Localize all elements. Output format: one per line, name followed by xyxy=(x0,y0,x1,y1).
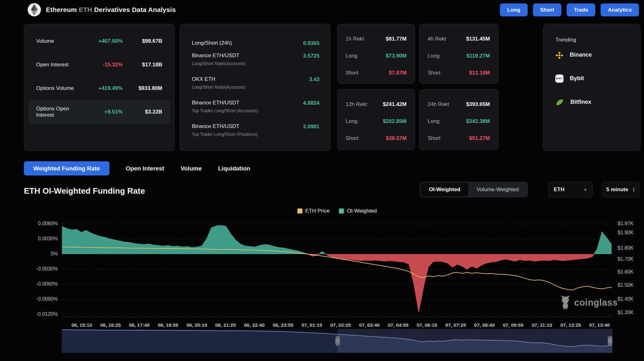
rekt-short-value: $38.57M xyxy=(386,135,407,142)
legend-oi-weighted[interactable]: OI-Weighted xyxy=(339,208,377,214)
interval-select[interactable]: 5 minute ▲▼ xyxy=(602,182,639,197)
navigator-selected-range[interactable] xyxy=(338,329,613,353)
x-axis-tick: 06, 22:40 xyxy=(244,322,265,328)
range-navigator[interactable] xyxy=(62,329,613,353)
rekt-total: $393.65M xyxy=(466,101,490,108)
tab-volume[interactable]: Volume xyxy=(180,165,202,172)
stepper-arrows-icon[interactable]: ▲▼ xyxy=(632,187,635,192)
stat-value: $3.22B xyxy=(123,109,162,115)
stat-label: Volume xyxy=(36,38,86,44)
brand: Ethereum ETH Derivatives Data Analysis xyxy=(28,3,176,16)
rekt-card-1h: 1h Rekt$81.77M Long$73.90M Short$7.87M xyxy=(337,24,415,84)
ratio-row-binance-accounts[interactable]: Binance ETH/USDT Long/Short Ratio(Accoun… xyxy=(192,53,319,76)
rekt-long-value: $342.38M xyxy=(466,118,490,125)
stat-label: Open Interest xyxy=(36,62,86,68)
x-axis-tick: 06, 17:40 xyxy=(129,322,150,328)
legend-eth-price[interactable]: ETH Price xyxy=(297,208,330,214)
bitfinex-leaf-icon xyxy=(555,98,564,107)
ratio-label: Binance ETH/USDT xyxy=(192,123,303,130)
ratio-value: 4.8824 xyxy=(303,100,319,106)
ethereum-glyph xyxy=(31,4,38,16)
x-axis-tick: 06, 15:10 xyxy=(71,322,92,328)
trade-button[interactable]: Trade xyxy=(567,3,595,16)
binance-icon xyxy=(555,51,564,59)
stat-row-volume[interactable]: Volume +407.50% $98.67B xyxy=(29,29,170,53)
stat-label: Options Volume xyxy=(36,85,86,92)
stat-value: $98.67B xyxy=(123,38,162,44)
x-axis-tick: 07, 12:25 xyxy=(560,322,581,328)
ratio-label: Binance ETH/USDT xyxy=(192,100,303,106)
ratio-sublabel: Long/Short Ratio(Accounts) xyxy=(192,61,303,66)
navigator-left-handle[interactable] xyxy=(336,336,340,346)
navigator-right-handle[interactable] xyxy=(608,336,612,346)
analytics-button[interactable]: Analytics xyxy=(601,3,639,16)
rekt-long-value: $73.90M xyxy=(386,53,407,59)
legend-label: OI-Weighted xyxy=(347,208,377,214)
long-button[interactable]: Long xyxy=(500,3,528,16)
chart-tabs: Weighted Funding Rate Open Interest Volu… xyxy=(24,161,250,175)
rekt-period: 4h Rekt xyxy=(428,36,466,42)
mode-oi-weighted[interactable]: OI-Weighted xyxy=(421,183,469,197)
stat-change: +9.51% xyxy=(86,109,123,115)
stat-change: +407.50% xyxy=(86,38,123,44)
tab-weighted-funding-rate[interactable]: Weighted Funding Rate xyxy=(24,161,109,175)
ratio-row-binance-top-trader-positions[interactable]: Binance ETH/USDT Top Trader Long/Short (… xyxy=(192,123,319,147)
bybit-icon: BYBIT xyxy=(555,75,564,83)
ratio-row-binance-top-trader-accounts[interactable]: Binance ETH/USDT Top Trader Long/Short (… xyxy=(192,100,319,123)
coinglass-watermark: coinglass xyxy=(559,296,618,309)
stat-row-options-volume[interactable]: Options Volume +419.49% $933.80M xyxy=(29,76,170,100)
rekt-short-label: Short xyxy=(428,135,469,142)
interval-select-value: 5 minute xyxy=(606,186,628,193)
stat-label: Options Open Interest xyxy=(36,106,86,118)
ratio-row-long-short-24h[interactable]: Long/Short (24h) 0.9365 xyxy=(192,34,319,53)
x-axis-tick: 06, 18:55 xyxy=(158,322,179,328)
tab-liquidation[interactable]: Liquidation xyxy=(218,165,250,172)
trending-card: Trending Binance BYBIT Bybit Bitfinex xyxy=(543,24,641,151)
right-axis-tick: $1.97K xyxy=(618,221,634,226)
right-axis-tick: $1.60K xyxy=(618,269,634,275)
symbol-select[interactable]: ETH ▼ xyxy=(548,182,592,197)
stat-row-open-interest[interactable]: Open Interest -15.32% $17.18B xyxy=(29,53,170,76)
mode-volume-weighted[interactable]: Volume-Weighted xyxy=(469,183,527,197)
tab-open-interest[interactable]: Open Interest xyxy=(126,165,164,172)
stat-change: -15.32% xyxy=(86,62,123,68)
right-axis-tick: $1.80K xyxy=(618,245,634,251)
ratio-sublabel: Top Trader Long/Short (Positions) xyxy=(192,132,303,137)
left-axis-tick: 0% xyxy=(51,251,58,257)
trending-item-bitfinex[interactable]: Bitfinex xyxy=(555,90,640,114)
ratio-row-okx-accounts[interactable]: OKX ETH Long/Short Ratio(Accounts) 3.43 xyxy=(192,76,319,100)
ratio-sublabel: Top Trader Long/Short (Accounts) xyxy=(192,108,303,113)
long-short-ratios-card: Long/Short (24h) 0.9365 Binance ETH/USDT… xyxy=(180,24,330,151)
chevron-down-icon: ▼ xyxy=(584,188,587,192)
legend-label: ETH Price xyxy=(305,208,330,214)
trending-item-binance[interactable]: Binance xyxy=(555,43,640,67)
trending-item-bybit[interactable]: BYBIT Bybit xyxy=(555,67,640,90)
ratio-value: 0.9365 xyxy=(303,40,319,47)
x-axis-tick: 07, 07:25 xyxy=(445,322,466,328)
stat-row-options-open-interest[interactable]: Options Open Interest +9.51% $3.22B xyxy=(29,100,170,124)
left-axis-tick: 0.0060% xyxy=(38,221,58,226)
left-axis-tick: -0.0030% xyxy=(36,266,58,272)
rekt-short-label: Short xyxy=(428,70,469,76)
ratio-label: Binance ETH/USDT xyxy=(192,53,303,59)
x-axis-tick: 07, 08:40 xyxy=(474,322,495,328)
stat-change: +419.49% xyxy=(86,85,123,92)
rekt-period: 12h Rekt xyxy=(346,101,383,108)
coinglass-wordmark: coinglass xyxy=(574,297,618,308)
x-axis-tick: 07, 13:40 xyxy=(589,322,610,328)
symbol-select-value: ETH xyxy=(554,186,564,193)
rekt-card-24h: 24h Rekt$393.65M Long$342.38M Short$51.2… xyxy=(419,89,498,150)
eth-price-swatch-icon xyxy=(297,208,303,214)
trending-name: Binance xyxy=(570,52,592,58)
rekt-short-value: $7.87M xyxy=(389,70,407,76)
rekt-total: $81.77M xyxy=(386,36,407,42)
rekt-short-value: $51.27M xyxy=(469,135,490,142)
left-axis-tick: 0.0030% xyxy=(38,236,58,242)
right-axis-tick: $1.30K xyxy=(618,310,634,315)
ratio-value: 3.5725 xyxy=(303,53,319,59)
x-axis-tick: 07, 04:55 xyxy=(388,322,408,328)
left-axis-tick: -0.0090% xyxy=(36,296,58,302)
left-axis-tick: -0.0120% xyxy=(36,311,58,317)
short-button[interactable]: Short xyxy=(533,3,561,16)
rekt-total: $241.42M xyxy=(383,101,407,108)
